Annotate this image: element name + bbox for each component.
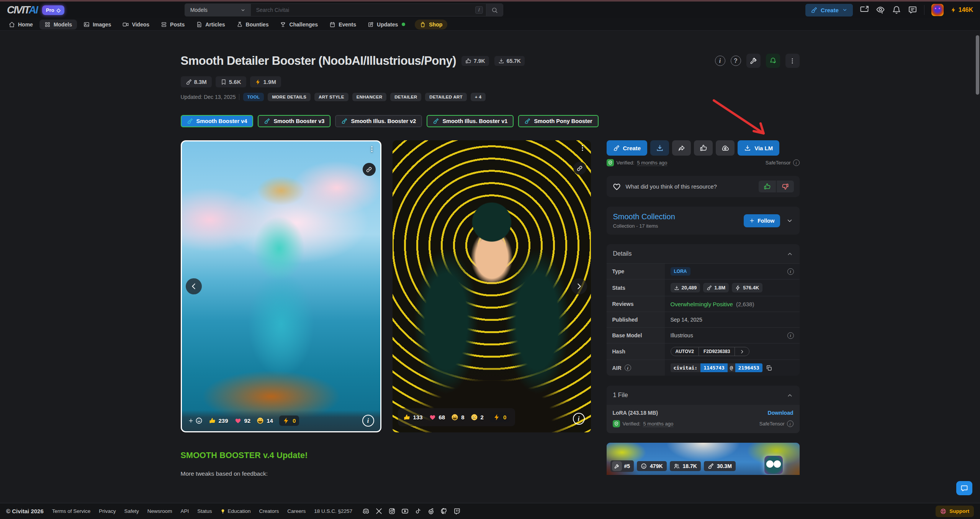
scrollbar-thumb[interactable]: [976, 35, 979, 95]
image-link-button[interactable]: [363, 163, 376, 176]
search-button[interactable]: [486, 4, 503, 16]
footer-link-creators[interactable]: Creators: [259, 508, 279, 514]
verified-time[interactable]: 5 months ago: [643, 421, 673, 427]
tag-tool[interactable]: TOOL: [243, 93, 264, 101]
footer-link-2257[interactable]: 18 U.S.C. §2257: [314, 508, 352, 514]
version-button-v4[interactable]: Smooth Booster v4: [181, 115, 254, 127]
via-lm-button[interactable]: Via LM: [738, 140, 779, 156]
version-button-illus-v2[interactable]: Smooth Illus. Booster v2: [335, 115, 422, 127]
air-info-icon[interactable]: i: [625, 365, 631, 371]
likes-badge[interactable]: 7.9K: [461, 56, 489, 66]
reaction-laugh[interactable]: 8: [451, 414, 464, 421]
nav-item-home[interactable]: Home: [4, 20, 38, 30]
format-info-icon[interactable]: i: [787, 420, 793, 427]
footer-link-status[interactable]: Status: [197, 508, 212, 514]
github-icon[interactable]: [440, 508, 448, 515]
footer-link-privacy[interactable]: Privacy: [99, 508, 116, 514]
reaction-heart[interactable]: 68: [429, 414, 445, 421]
base-model-info-icon[interactable]: i: [787, 332, 794, 339]
tag[interactable]: ENHANCER: [352, 93, 387, 101]
collection-link[interactable]: Smooth Collection: [613, 212, 675, 221]
details-header[interactable]: Details: [607, 244, 800, 263]
instagram-icon[interactable]: [388, 508, 396, 515]
image-link-button[interactable]: [573, 162, 586, 175]
footer-link-education[interactable]: Education: [220, 508, 250, 514]
discord-icon[interactable]: [362, 508, 370, 515]
search-input[interactable]: [251, 4, 476, 16]
user-avatar[interactable]: [931, 4, 944, 16]
nav-item-challenges[interactable]: Challenges: [275, 20, 323, 30]
nav-item-articles[interactable]: Articles: [191, 20, 230, 30]
screen-share-icon[interactable]: [860, 5, 869, 15]
tag[interactable]: DETAILER: [390, 93, 421, 101]
nav-item-models[interactable]: Models: [39, 20, 77, 30]
reaction-zap[interactable]: 0: [490, 412, 510, 422]
copy-air-button[interactable]: [766, 365, 772, 371]
nav-item-images[interactable]: Images: [79, 20, 116, 30]
nav-item-updates[interactable]: Updates: [363, 20, 410, 30]
tags-more-button[interactable]: + 4: [471, 93, 486, 101]
tiktok-icon[interactable]: [414, 508, 422, 515]
chevron-up-icon[interactable]: [787, 392, 793, 399]
gallery-image-1[interactable]: 239 92 14 0 i: [181, 140, 381, 432]
type-badge[interactable]: LORA: [671, 267, 690, 276]
format-info-icon[interactable]: i: [793, 159, 800, 166]
like-button[interactable]: [694, 140, 713, 156]
creator-card[interactable]: #5 479K 18.7K 30.3M: [607, 443, 800, 475]
create-with-model-button[interactable]: Create: [607, 140, 648, 156]
nav-item-events[interactable]: Events: [324, 20, 361, 30]
image-menu-button[interactable]: [579, 144, 586, 153]
share-button[interactable]: [672, 140, 691, 156]
notifications-enabled-button[interactable]: [766, 54, 780, 68]
air-model-id[interactable]: 1145743: [700, 363, 728, 372]
civitai-logo[interactable]: CIVITAI Pro◇: [7, 4, 64, 16]
help-button[interactable]: ?: [731, 56, 741, 66]
footer-link-safety[interactable]: Safety: [124, 508, 139, 514]
version-button-illus-v1[interactable]: Smooth Illus. Booster v1: [427, 115, 514, 127]
image-info-button[interactable]: i: [573, 413, 585, 425]
twitch-icon[interactable]: [453, 508, 461, 515]
reddit-icon[interactable]: [427, 508, 435, 515]
follow-button[interactable]: Follow: [744, 214, 780, 227]
tag[interactable]: MORE DETAILS: [268, 93, 311, 101]
support-button[interactable]: Support: [936, 506, 974, 517]
reaction-zap[interactable]: 0: [279, 416, 299, 426]
file-download-link[interactable]: Download: [768, 410, 793, 416]
reaction-like[interactable]: 133: [403, 414, 423, 421]
search-category-select[interactable]: Models: [185, 4, 251, 16]
buzz-balance[interactable]: 146K: [951, 7, 973, 13]
reaction-like[interactable]: 239: [209, 417, 228, 424]
youtube-icon[interactable]: [401, 508, 409, 515]
gallery-next-button[interactable]: [571, 278, 587, 294]
reaction-laugh[interactable]: 14: [257, 417, 273, 424]
moderation-gavel-button[interactable]: [746, 54, 761, 68]
nav-item-videos[interactable]: Videos: [118, 20, 154, 30]
file-header[interactable]: 1 File: [607, 386, 800, 405]
tag[interactable]: ART STYLE: [314, 93, 348, 101]
image-menu-button[interactable]: [368, 145, 376, 154]
footer-link-careers[interactable]: Careers: [287, 508, 306, 514]
hash-expand-button[interactable]: [735, 347, 749, 356]
footer-link-api[interactable]: API: [180, 508, 189, 514]
gallery-prev-button[interactable]: [186, 278, 202, 294]
nav-item-shop[interactable]: Shop: [415, 20, 447, 30]
browsing-level-eye-icon[interactable]: [876, 5, 885, 15]
version-button-pony[interactable]: Smooth Pony Booster: [518, 115, 598, 127]
thumbs-up-button[interactable]: [759, 181, 776, 192]
reaction-heart[interactable]: 92: [234, 417, 251, 424]
verified-time[interactable]: 5 months ago: [637, 160, 667, 166]
info-button[interactable]: i: [715, 56, 725, 66]
footer-link-newsroom[interactable]: Newsroom: [147, 508, 172, 514]
chevron-down-icon[interactable]: [786, 217, 793, 224]
x-twitter-icon[interactable]: [375, 508, 383, 515]
creator-avatar[interactable]: [764, 456, 783, 474]
bell-icon[interactable]: [892, 5, 901, 15]
type-info-icon[interactable]: i: [787, 268, 794, 275]
nav-item-posts[interactable]: Posts: [156, 20, 190, 30]
vault-button[interactable]: [716, 140, 735, 156]
image-info-button[interactable]: i: [362, 415, 374, 427]
reaction-cry[interactable]: 2: [471, 414, 484, 421]
version-button-v3[interactable]: Smooth Booster v3: [258, 115, 330, 127]
gallery-image-2[interactable]: 133 68 8 2 0 i: [393, 140, 591, 432]
tag[interactable]: DETAILED ART: [425, 93, 467, 101]
